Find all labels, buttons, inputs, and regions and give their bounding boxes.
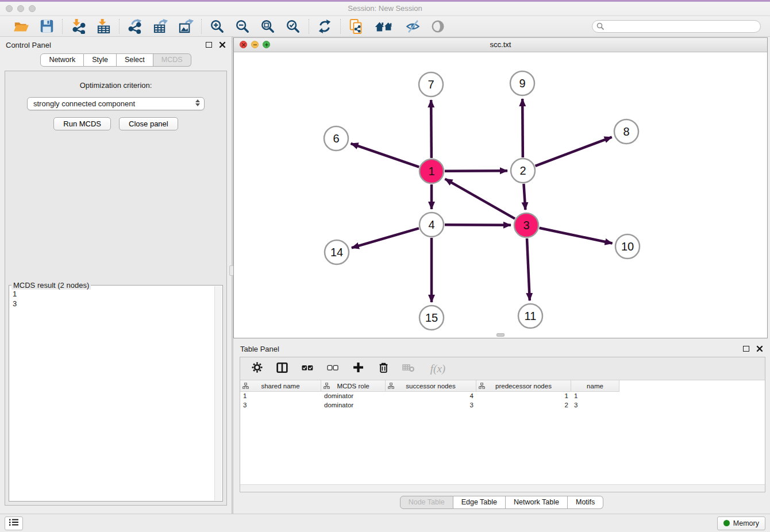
column-header-shared-name[interactable]: shared name bbox=[240, 380, 321, 392]
status-bar: Memory bbox=[0, 514, 770, 532]
export-image-button[interactable] bbox=[177, 18, 194, 34]
show-panel-button[interactable] bbox=[429, 18, 446, 34]
tab-network[interactable]: Network bbox=[40, 53, 84, 67]
criterion-select[interactable]: strongly connected component bbox=[27, 97, 205, 110]
table-row[interactable]: 3dominator323 bbox=[240, 401, 765, 410]
window-titlebar: Session: New Session bbox=[0, 0, 770, 16]
tab-edge-table[interactable]: Edge Table bbox=[453, 496, 506, 509]
clone-network-button[interactable] bbox=[348, 18, 365, 34]
apply-function-button[interactable]: f(x) bbox=[424, 360, 451, 378]
memory-label: Memory bbox=[733, 519, 759, 527]
column-header-predecessor-nodes[interactable]: predecessor nodes bbox=[476, 380, 571, 392]
open-session-button[interactable] bbox=[13, 18, 30, 34]
home-icon bbox=[374, 20, 395, 33]
search-input[interactable] bbox=[592, 20, 761, 33]
graph-edge-1-7[interactable] bbox=[431, 100, 432, 158]
memory-button[interactable]: Memory bbox=[717, 516, 765, 530]
network-resize-grip[interactable] bbox=[496, 333, 505, 337]
zoom-selected-button[interactable] bbox=[284, 18, 302, 34]
float-table-panel-icon[interactable] bbox=[743, 346, 749, 352]
graph-edge-3-11[interactable] bbox=[527, 238, 530, 300]
mcds-result-lines: 13 bbox=[13, 289, 214, 500]
gear-icon bbox=[252, 362, 263, 375]
graph-node-label: 14 bbox=[330, 246, 343, 259]
split-columns-button[interactable] bbox=[272, 360, 292, 378]
tab-network-table[interactable]: Network Table bbox=[506, 496, 568, 509]
split-columns-icon bbox=[276, 362, 288, 376]
table-settings-button[interactable] bbox=[247, 360, 267, 378]
table-horizontal-scrollbar[interactable] bbox=[240, 484, 765, 492]
graph-node-label: 15 bbox=[425, 311, 438, 324]
graph-edge-2-9[interactable] bbox=[522, 99, 523, 157]
table-cell: 4 bbox=[386, 392, 476, 401]
search-field-wrap bbox=[592, 20, 761, 33]
export-network-icon bbox=[128, 18, 143, 34]
memory-status-icon bbox=[723, 520, 730, 526]
table-cell: 1 bbox=[476, 392, 571, 401]
graph-node-label: 8 bbox=[623, 125, 629, 138]
close-table-panel-icon[interactable] bbox=[756, 345, 763, 352]
home-button[interactable] bbox=[373, 18, 396, 34]
graph-node-label: 9 bbox=[519, 77, 525, 90]
zoom-in-button[interactable] bbox=[209, 18, 226, 34]
plus-icon bbox=[353, 362, 364, 375]
tab-style[interactable]: Style bbox=[84, 53, 117, 67]
column-header-name[interactable]: name bbox=[571, 380, 619, 392]
table-cell: 2 bbox=[476, 401, 571, 410]
graph-edge-4-14[interactable] bbox=[352, 228, 419, 248]
tab-mcds[interactable]: MCDS bbox=[153, 53, 191, 67]
open-folder-icon bbox=[13, 20, 29, 33]
graph-edge-3-10[interactable] bbox=[540, 228, 613, 244]
export-table-button[interactable] bbox=[152, 18, 169, 34]
graph-edge-1-2[interactable] bbox=[445, 171, 507, 171]
hide-panel-button[interactable] bbox=[404, 18, 421, 34]
graph-edge-4-3[interactable] bbox=[445, 225, 511, 225]
zoom-fit-button[interactable] bbox=[259, 18, 276, 34]
result-line: 1 bbox=[13, 289, 214, 299]
refresh-button[interactable] bbox=[316, 18, 333, 34]
window-top-border bbox=[0, 0, 770, 2]
window-title: Session: New Session bbox=[0, 4, 770, 13]
column-header-successor-nodes[interactable]: successor nodes bbox=[386, 380, 476, 392]
network-canvas[interactable]: 7968124314101511 bbox=[234, 52, 767, 338]
table-panel-tabs: Node TableEdge TableNetwork TableMotifs bbox=[233, 496, 770, 509]
float-panel-icon[interactable] bbox=[206, 42, 212, 48]
add-row-button[interactable] bbox=[348, 360, 368, 378]
delete-table-icon bbox=[402, 363, 415, 375]
column-header-mcds-role[interactable]: MCDS role bbox=[321, 380, 386, 392]
table-cell: 3 bbox=[386, 401, 476, 410]
result-scrollbar[interactable] bbox=[214, 286, 222, 500]
table-row[interactable]: 1dominator411 bbox=[240, 392, 765, 401]
mcds-result-box: MCDS result (2 nodes) 13 bbox=[9, 285, 223, 502]
graph-edge-3-1[interactable] bbox=[445, 179, 515, 218]
zoom-selected-icon bbox=[286, 19, 301, 34]
import-table-button[interactable] bbox=[95, 18, 112, 34]
zoom-out-button[interactable] bbox=[234, 18, 251, 34]
tab-motifs[interactable]: Motifs bbox=[568, 496, 603, 509]
refresh-icon bbox=[317, 19, 332, 34]
save-session-button[interactable] bbox=[38, 18, 55, 34]
import-network-button[interactable] bbox=[70, 18, 87, 34]
graph-node-label: 11 bbox=[525, 310, 537, 322]
close-panel-icon[interactable] bbox=[219, 41, 226, 48]
graph-edge-2-3[interactable] bbox=[523, 184, 525, 210]
zoom-in-icon bbox=[210, 19, 225, 34]
graph-node-label: 4 bbox=[428, 218, 434, 231]
clone-network-icon bbox=[349, 18, 364, 34]
table-cell: 1 bbox=[240, 392, 321, 401]
delete-table-button[interactable] bbox=[399, 360, 418, 378]
optimization-criterion-label: Optimization criterion: bbox=[5, 81, 226, 90]
tab-select[interactable]: Select bbox=[117, 53, 153, 67]
deselect-all-button[interactable] bbox=[323, 360, 342, 378]
close-panel-button[interactable]: Close panel bbox=[119, 117, 178, 130]
delete-row-button[interactable] bbox=[374, 360, 393, 378]
graph-edge-2-8[interactable] bbox=[536, 137, 612, 166]
run-mcds-button[interactable]: Run MCDS bbox=[53, 117, 111, 130]
select-all-button[interactable] bbox=[298, 360, 317, 378]
export-network-button[interactable] bbox=[126, 18, 144, 34]
graph-edge-1-6[interactable] bbox=[351, 144, 419, 167]
task-history-button[interactable] bbox=[5, 516, 23, 530]
table-cell: 3 bbox=[571, 401, 619, 410]
tab-node-table[interactable]: Node Table bbox=[400, 496, 453, 509]
graph-node-label: 3 bbox=[523, 219, 529, 232]
